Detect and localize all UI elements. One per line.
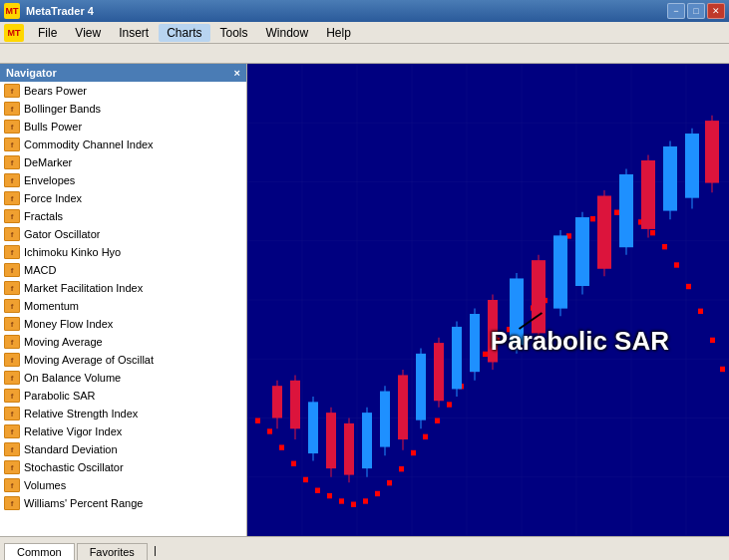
nav-item[interactable]: fDeMarker xyxy=(0,153,246,171)
menu-insert[interactable]: Insert xyxy=(111,24,157,42)
nav-item[interactable]: fParabolic SAR xyxy=(0,387,246,405)
menu-file[interactable]: File xyxy=(30,24,65,42)
nav-item[interactable]: fBears Power xyxy=(0,82,246,100)
nav-item-label: Commodity Channel Index xyxy=(24,139,154,150)
nav-item[interactable]: fWilliams' Percent Range xyxy=(0,494,246,512)
nav-item-icon: f xyxy=(4,389,20,403)
close-button[interactable]: ✕ xyxy=(707,3,725,19)
svg-rect-19 xyxy=(291,461,296,466)
nav-item-label: Fractals xyxy=(24,210,63,222)
svg-rect-77 xyxy=(452,327,462,389)
svg-rect-91 xyxy=(597,196,611,269)
nav-item[interactable]: fMoney Flow Index xyxy=(0,315,246,333)
nav-item[interactable]: fEnvelopes xyxy=(0,171,246,189)
svg-rect-46 xyxy=(614,210,619,215)
svg-rect-93 xyxy=(619,174,633,247)
nav-item-label: Moving Average xyxy=(24,336,103,348)
svg-rect-51 xyxy=(674,262,679,267)
nav-item-icon: f xyxy=(4,173,20,187)
navigator-panel: Navigator × fBears PowerfBollinger Bands… xyxy=(0,64,247,536)
nav-item-label: Standard Deviation xyxy=(24,443,118,455)
svg-rect-50 xyxy=(662,244,667,249)
svg-rect-63 xyxy=(326,413,336,468)
main-content: Navigator × fBears PowerfBollinger Bands… xyxy=(0,64,729,536)
nav-item-icon: f xyxy=(4,227,20,241)
tab-separator: | xyxy=(150,540,161,560)
title-bar-left: MT MetaTrader 4 xyxy=(4,3,94,19)
nav-item-label: On Balance Volume xyxy=(24,372,121,384)
menu-tools[interactable]: Tools xyxy=(212,24,256,42)
svg-rect-79 xyxy=(470,314,480,372)
nav-item[interactable]: fGator Oscillator xyxy=(0,225,246,243)
toolbar xyxy=(0,44,729,64)
svg-rect-24 xyxy=(351,502,356,507)
svg-rect-27 xyxy=(387,480,392,485)
menu-charts[interactable]: Charts xyxy=(159,24,209,42)
nav-item[interactable]: fMACD xyxy=(0,261,246,279)
nav-item[interactable]: fFractals xyxy=(0,207,246,225)
svg-rect-17 xyxy=(267,428,272,433)
navigator-title: Navigator xyxy=(6,67,57,79)
nav-item-icon: f xyxy=(4,478,20,492)
nav-item-icon: f xyxy=(4,281,20,295)
tab-favorites[interactable]: Favorites xyxy=(77,543,148,560)
nav-item[interactable]: fStochastic Oscillator xyxy=(0,458,246,476)
title-bar: MT MetaTrader 4 − □ ✕ xyxy=(0,0,729,22)
nav-item[interactable]: fMoving Average xyxy=(0,333,246,351)
nav-item-label: Moving Average of Oscillat xyxy=(24,354,154,366)
nav-item[interactable]: fBollinger Bands xyxy=(0,100,246,118)
svg-rect-53 xyxy=(698,309,703,314)
nav-item-label: Bears Power xyxy=(24,85,87,97)
nav-item[interactable]: fCommodity Channel Index xyxy=(0,136,246,153)
nav-item[interactable]: fBulls Power xyxy=(0,118,246,136)
nav-item-icon: f xyxy=(4,120,20,134)
nav-item[interactable]: fVolumes xyxy=(0,476,246,494)
svg-rect-54 xyxy=(710,338,715,343)
svg-rect-55 xyxy=(720,367,725,372)
nav-item-label: Market Facilitation Index xyxy=(24,282,143,294)
nav-item-label: Ichimoku Kinko Hyo xyxy=(24,246,121,258)
nav-item-icon: f xyxy=(4,424,20,438)
svg-rect-26 xyxy=(375,491,380,496)
sar-chart-label: Parabolic SAR xyxy=(491,326,669,357)
svg-rect-28 xyxy=(399,466,404,471)
svg-rect-49 xyxy=(650,230,655,235)
svg-rect-23 xyxy=(339,498,344,503)
nav-item[interactable]: fMoving Average of Oscillat xyxy=(0,351,246,369)
title-bar-text: MetaTrader 4 xyxy=(26,5,94,17)
svg-rect-67 xyxy=(362,413,372,468)
nav-item[interactable]: fMarket Facilitation Index xyxy=(0,279,246,297)
nav-item[interactable]: fOn Balance Volume xyxy=(0,369,246,387)
tab-common[interactable]: Common xyxy=(4,543,75,560)
title-bar-controls: − □ ✕ xyxy=(667,3,725,19)
menu-help[interactable]: Help xyxy=(318,24,359,42)
nav-item[interactable]: fIchimoku Kinko Hyo xyxy=(0,243,246,261)
svg-rect-61 xyxy=(308,402,318,453)
menu-window[interactable]: Window xyxy=(258,24,317,42)
nav-item[interactable]: fRelative Vigor Index xyxy=(0,422,246,440)
nav-item-label: Gator Oscillator xyxy=(24,228,100,240)
svg-rect-75 xyxy=(434,343,444,401)
nav-item-icon: f xyxy=(4,371,20,385)
nav-item[interactable]: fForce Index xyxy=(0,189,246,207)
minimize-button[interactable]: − xyxy=(667,3,685,19)
maximize-button[interactable]: □ xyxy=(687,3,705,19)
nav-item[interactable]: fMomentum xyxy=(0,297,246,315)
svg-rect-25 xyxy=(363,498,368,503)
menu-view[interactable]: View xyxy=(67,24,109,42)
svg-rect-97 xyxy=(663,146,677,211)
svg-rect-18 xyxy=(279,444,284,449)
nav-item-label: Money Flow Index xyxy=(24,318,113,330)
nav-item-label: Bulls Power xyxy=(24,121,82,133)
nav-item-label: DeMarker xyxy=(24,156,72,168)
nav-item-label: Bollinger Bands xyxy=(24,103,101,115)
nav-item[interactable]: fRelative Strength Index xyxy=(0,405,246,422)
navigator-list[interactable]: fBears PowerfBollinger BandsfBulls Power… xyxy=(0,82,246,536)
nav-item[interactable]: fStandard Deviation xyxy=(0,440,246,458)
nav-item-icon: f xyxy=(4,263,20,277)
svg-rect-85 xyxy=(532,260,546,333)
nav-item-label: Relative Strength Index xyxy=(24,408,138,420)
navigator-close-button[interactable]: × xyxy=(234,67,240,79)
nav-item-label: Momentum xyxy=(24,300,79,312)
svg-rect-35 xyxy=(483,352,488,357)
